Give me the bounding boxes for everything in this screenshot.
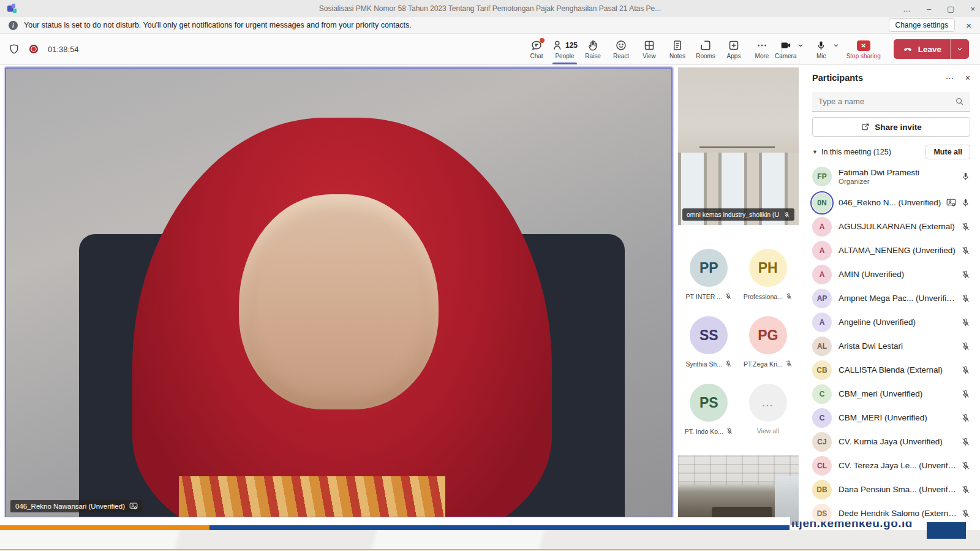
- avatar: A: [812, 241, 832, 260]
- people-count: 125: [565, 41, 578, 50]
- participant-row[interactable]: DBDana Pensiun Sma... (Unverified): [812, 477, 970, 501]
- window-more-icon[interactable]: …: [903, 4, 911, 13]
- avatar-grid-label: PT.Zega Kri...: [744, 360, 783, 368]
- avatar: A: [812, 313, 832, 332]
- react-smiley-icon: [615, 39, 627, 52]
- avatar-grid-cell[interactable]: PPPT INTER ...: [680, 249, 737, 300]
- participant-name: AGUSJULKARNAEN (External): [839, 222, 957, 231]
- view-all-cell[interactable]: ...View all: [740, 384, 796, 435]
- mute-all-button[interactable]: Mute all: [925, 145, 970, 159]
- video-thumbnail-meeting-room[interactable]: [678, 455, 799, 525]
- avatar: DB: [812, 480, 832, 500]
- participant-row[interactable]: AALTAMA_NENENG (Unverified): [812, 238, 970, 262]
- mic-off-icon: [785, 292, 793, 300]
- stop-sharing-button[interactable]: ✕ Stop sharing: [843, 39, 884, 59]
- active-tab-indicator: [552, 63, 577, 64]
- camera-chevron-icon[interactable]: [797, 42, 804, 49]
- avatar-grid-cell[interactable]: SSSynthia Sh...: [680, 316, 737, 368]
- participant-row[interactable]: AAGUSJULKARNAEN (External): [812, 215, 970, 238]
- avatar: PP: [690, 249, 728, 287]
- mic-chevron-icon[interactable]: [832, 42, 840, 49]
- participant-row[interactable]: 0N046_Rekno N... (Unverified): [812, 191, 970, 215]
- notification-badge: [540, 38, 545, 43]
- apps-plus-icon: [728, 39, 740, 52]
- camera-button[interactable]: Camera: [772, 39, 799, 59]
- video-thumbnail-lobby[interactable]: omni kemas industry_sholikin (U...: [678, 67, 799, 225]
- window-minimize-icon[interactable]: –: [927, 4, 931, 13]
- participant-row[interactable]: CCBM_MERI (Unverified): [812, 406, 970, 430]
- avatar: ...: [749, 384, 787, 422]
- toolbar-button-label: View: [643, 53, 656, 59]
- teams-meeting-window: Sosialisasi PMK Nomor 58 Tahun 2023 Tent…: [0, 0, 980, 551]
- shield-icon: [9, 44, 20, 55]
- mic-off-icon[interactable]: [961, 461, 970, 471]
- window-maximize-icon[interactable]: ▢: [947, 4, 954, 13]
- search-box: [812, 92, 970, 112]
- mic-off-icon[interactable]: [961, 485, 970, 495]
- window-close-icon[interactable]: ×: [970, 4, 975, 13]
- section-caret-icon[interactable]: ▼: [812, 149, 818, 155]
- participant-row[interactable]: ALArista Dwi Lestari: [812, 334, 970, 358]
- mic-off-icon[interactable]: [961, 246, 970, 256]
- mic-button[interactable]: Mic: [808, 39, 835, 59]
- toolbar-notes-button[interactable]: Notes: [663, 34, 692, 64]
- avatar-grid-label: Professiona...: [744, 293, 783, 300]
- mic-on-icon[interactable]: [961, 172, 970, 181]
- mic-off-icon[interactable]: [961, 509, 970, 519]
- people-icon: 125: [552, 39, 578, 52]
- speaker-name-label: 046_Rekno Nawansari (Unverified): [10, 500, 143, 512]
- leave-button[interactable]: Leave: [894, 45, 950, 54]
- mic-off-icon[interactable]: [961, 413, 970, 423]
- participant-row[interactable]: FPFatimah Dwi PramestiOrganizer: [812, 162, 970, 191]
- mic-off-icon[interactable]: [961, 389, 970, 399]
- mic-off-icon[interactable]: [961, 341, 970, 351]
- panel-more-icon[interactable]: ⋯: [946, 73, 954, 83]
- participant-name: Arista Dwi Lestari: [839, 341, 957, 351]
- mic-on-icon[interactable]: [961, 198, 970, 208]
- participants-panel: Participants ⋯ × Share invite ▼: [802, 65, 980, 526]
- toolbar-buttons: Chat125PeopleRaiseReactViewNotesRoomsApp…: [522, 34, 776, 64]
- avatar-grid-label: View all: [757, 427, 779, 435]
- participant-row[interactable]: AAMIN (Unverified): [812, 262, 970, 286]
- toolbar-raise-button[interactable]: Raise: [579, 34, 607, 64]
- mic-off-icon: [725, 360, 732, 368]
- mic-off-icon[interactable]: [961, 365, 970, 375]
- rooms-icon: [699, 39, 712, 52]
- participant-row[interactable]: APAmpnet Mega Pac... (Unverified): [812, 286, 970, 310]
- mic-off-icon[interactable]: [961, 294, 970, 303]
- participant-name: Fatimah Dwi Pramesti: [839, 168, 957, 177]
- panel-close-icon[interactable]: ×: [965, 73, 970, 83]
- share-invite-button[interactable]: Share invite: [812, 117, 970, 137]
- in-meeting-count[interactable]: In this meeting (125): [821, 148, 891, 156]
- avatar-grid-cell[interactable]: PHProfessiona...: [740, 249, 796, 300]
- change-settings-button[interactable]: Change settings: [889, 18, 956, 32]
- participant-role: Organizer: [839, 178, 957, 185]
- mic-off-icon[interactable]: [961, 222, 970, 232]
- participant-row[interactable]: AAngeline (Unverified): [812, 310, 970, 334]
- participant-name: CALLISTA Blenda (External): [839, 365, 957, 374]
- screen-share-icon: [946, 199, 956, 207]
- participant-row[interactable]: CBCALLISTA Blenda (External): [812, 358, 970, 382]
- participant-row[interactable]: CLCV. Tereza Jaya Le... (Unverified): [812, 454, 970, 477]
- speaker-face: [239, 194, 439, 409]
- mic-off-icon[interactable]: [961, 270, 970, 279]
- mic-off-icon[interactable]: [961, 437, 970, 447]
- leave-chevron-icon[interactable]: [951, 39, 969, 59]
- toolbar-chat-button[interactable]: Chat: [522, 34, 551, 64]
- banner-close-icon[interactable]: ×: [966, 20, 971, 31]
- mic-off-icon[interactable]: [961, 317, 970, 327]
- participant-row[interactable]: CJCV. Kurnia Jaya (Unverified): [812, 430, 970, 454]
- participant-name: Dede Hendrik Salomo (External): [839, 509, 957, 518]
- participant-row[interactable]: CCBM_meri (Unverified): [812, 382, 970, 406]
- avatar-grid-cell[interactable]: PGPT.Zega Kri...: [740, 316, 796, 368]
- toolbar-rooms-button[interactable]: Rooms: [692, 34, 720, 64]
- toolbar-view-button[interactable]: View: [635, 34, 663, 64]
- main-video-stage[interactable]: 046_Rekno Nawansari (Unverified): [5, 67, 673, 518]
- search-icon[interactable]: [955, 97, 964, 106]
- toolbar-people-button[interactable]: 125People: [551, 34, 579, 64]
- participant-row[interactable]: DSDede Hendrik Salomo (External): [812, 501, 970, 525]
- avatar-grid-cell[interactable]: PSPT. Indo Ko...: [680, 384, 737, 435]
- search-input[interactable]: [818, 97, 955, 106]
- toolbar-react-button[interactable]: React: [607, 34, 635, 64]
- toolbar-apps-button[interactable]: Apps: [720, 34, 748, 64]
